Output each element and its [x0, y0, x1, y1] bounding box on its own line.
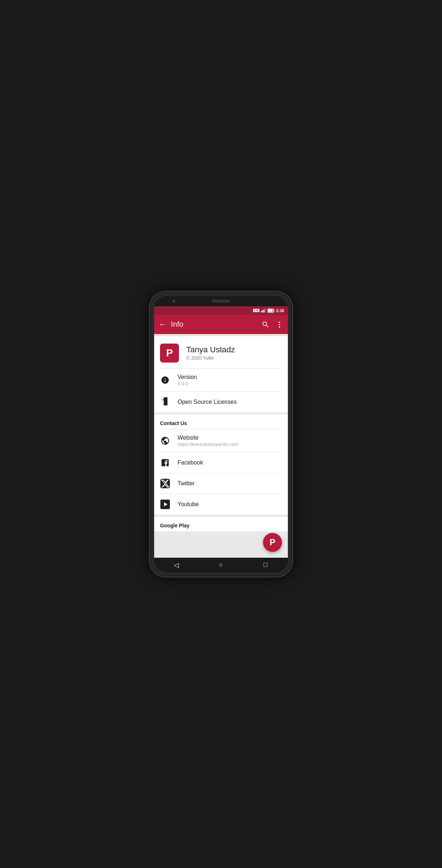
- svg-rect-13: [163, 399, 164, 400]
- facebook-text: Facebook: [178, 459, 203, 466]
- back-triangle-icon: ◁: [174, 561, 179, 569]
- bottom-navigation: ◁ ○ □: [154, 558, 288, 572]
- version-text: Version 1.0.0: [178, 374, 197, 386]
- twitter-item[interactable]: Twitter: [154, 473, 288, 494]
- youtube-icon-container: [160, 499, 170, 509]
- speaker-grille: [212, 300, 230, 303]
- version-label: Version: [178, 374, 197, 380]
- contact-section-header: Contact Us: [154, 414, 288, 429]
- signal-icon: [261, 308, 266, 312]
- version-item[interactable]: Version 1.0.0: [154, 369, 288, 391]
- website-label: Website: [178, 435, 239, 441]
- app-name-block: Tanya Ustadz © 2020 Yufid: [186, 345, 235, 361]
- website-item[interactable]: Website https://konsultasisyariah.com: [154, 429, 288, 452]
- licenses-item[interactable]: Open Source Licenses: [154, 392, 288, 412]
- website-url: https://konsultasisyariah.com: [178, 441, 239, 447]
- facebook-icon-container: [160, 458, 170, 468]
- search-button[interactable]: [262, 321, 270, 329]
- twitter-text: Twitter: [178, 480, 195, 487]
- home-circle-icon: ○: [219, 561, 223, 569]
- youtube-label: Youtube: [178, 501, 199, 508]
- app-logo-letter: P: [166, 348, 173, 358]
- website-icon: [160, 436, 170, 446]
- back-button[interactable]: ←: [159, 321, 167, 329]
- svg-rect-1: [262, 310, 263, 312]
- app-bar-title: Info: [171, 320, 257, 329]
- licenses-text: Open Source Licenses: [178, 399, 237, 405]
- nav-home-button[interactable]: ○: [214, 558, 228, 572]
- svg-point-10: [279, 326, 280, 327]
- app-name: Tanya Ustadz: [186, 345, 235, 355]
- globe-icon: [160, 436, 170, 446]
- phone-device: LTE ⚡ 2:36 ← Inf: [150, 292, 292, 577]
- info-circle-icon: [161, 376, 169, 384]
- svg-rect-0: [261, 311, 262, 312]
- svg-rect-3: [264, 308, 266, 312]
- svg-text:⚡: ⚡: [269, 310, 272, 312]
- recents-square-icon: □: [264, 561, 268, 569]
- nav-recents-button[interactable]: □: [258, 558, 273, 572]
- svg-point-8: [279, 321, 280, 323]
- svg-rect-2: [263, 310, 264, 312]
- scroll-content[interactable]: P Tanya Ustadz © 2020 Yufid: [154, 334, 288, 558]
- facebook-label: Facebook: [178, 459, 203, 466]
- time-display: 2:36: [276, 308, 284, 313]
- app-logo: P: [160, 344, 179, 363]
- app-bar: ← Info: [154, 315, 288, 334]
- google-play-header: Google Play: [154, 517, 288, 531]
- facebook-icon: [160, 458, 170, 467]
- version-number: 1.0.0: [178, 381, 197, 386]
- svg-rect-5: [274, 310, 274, 311]
- contact-card: Contact Us Website https://konsultasisya…: [154, 414, 288, 515]
- licenses-label: Open Source Licenses: [178, 399, 237, 405]
- twitter-icon-container: [160, 478, 170, 489]
- more-vert-button[interactable]: [275, 321, 283, 329]
- app-bar-actions: [262, 321, 283, 329]
- fab-button[interactable]: P: [263, 533, 282, 552]
- google-play-card: Google Play: [154, 517, 288, 531]
- version-icon: [160, 375, 170, 385]
- fab-icon: P: [270, 538, 275, 547]
- twitter-icon: [160, 479, 170, 488]
- website-text: Website https://konsultasisyariah.com: [178, 435, 239, 447]
- camera-dot: [172, 300, 175, 303]
- youtube-item[interactable]: Youtube: [154, 494, 288, 515]
- svg-rect-12: [162, 397, 164, 405]
- svg-point-9: [279, 324, 280, 325]
- app-info-card: P Tanya Ustadz © 2020 Yufid: [154, 336, 288, 412]
- youtube-text: Youtube: [178, 501, 199, 508]
- lte-badge: LTE: [253, 309, 259, 312]
- book-icon: [161, 397, 169, 407]
- status-bar-content: LTE ⚡ 2:36: [253, 308, 284, 313]
- licenses-icon: [160, 397, 170, 407]
- nav-back-button[interactable]: ◁: [169, 558, 184, 572]
- app-header: P Tanya Ustadz © 2020 Yufid: [154, 336, 288, 368]
- phone-top-decoration: [154, 296, 288, 306]
- youtube-icon: [160, 500, 170, 509]
- status-bar: LTE ⚡ 2:36: [154, 306, 288, 315]
- phone-screen: LTE ⚡ 2:36 ← Inf: [154, 296, 288, 572]
- battery-icon: ⚡: [267, 308, 275, 313]
- facebook-item[interactable]: Facebook: [154, 452, 288, 473]
- app-copyright: © 2020 Yufid: [186, 355, 235, 361]
- twitter-label: Twitter: [178, 480, 195, 487]
